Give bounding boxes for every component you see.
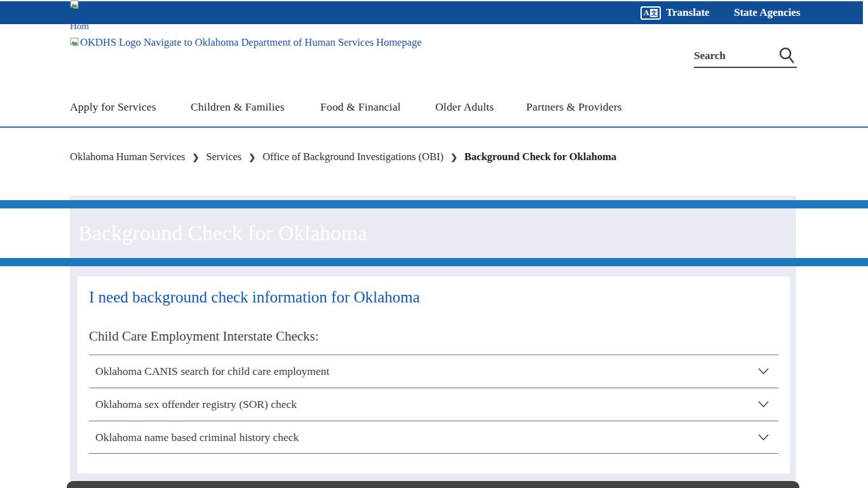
translate-label: Translate: [666, 6, 710, 19]
accordion-canis-search[interactable]: Oklahoma CANIS search for child care emp…: [89, 355, 778, 388]
chevron-down-icon: [758, 434, 778, 441]
home-link[interactable]: Home: [70, 21, 89, 32]
translate-icon-letter: A: [644, 9, 649, 17]
breadcrumb-home[interactable]: Oklahoma Human Services: [70, 151, 185, 163]
accordion-sex-offender-registry[interactable]: Oklahoma sex offender registry (SOR) che…: [89, 388, 778, 421]
breadcrumb-current: Background Check for Oklahoma: [465, 151, 616, 163]
nav-item-apply-for-services[interactable]: Apply for Services: [70, 100, 156, 114]
primary-nav: Apply for Services Children & Families F…: [0, 100, 868, 117]
hero-stripe-top: [0, 200, 868, 208]
accordion-label: Oklahoma CANIS search for child care emp…: [89, 365, 329, 378]
broken-image-icon: [70, 0, 79, 11]
accordion-list: Oklahoma CANIS search for child care emp…: [89, 355, 778, 454]
breadcrumb: Oklahoma Human Services ❯ Services ❯ Off…: [70, 151, 616, 163]
utility-bar: A 文 Translate State Agencies: [0, 1, 863, 24]
search-input[interactable]: [694, 50, 776, 62]
footer-bar: [67, 481, 799, 488]
page-title: Background Check for Oklahoma: [78, 222, 367, 245]
section-subheading: Child Care Employment Interstate Checks:: [89, 329, 319, 344]
breadcrumb-services[interactable]: Services: [206, 151, 241, 163]
accordion-criminal-history[interactable]: Oklahoma name based criminal history che…: [89, 421, 778, 454]
content-card: I need background check information for …: [78, 276, 790, 473]
state-agencies-link[interactable]: State Agencies: [734, 1, 800, 24]
nav-item-older-adults[interactable]: Older Adults: [435, 100, 494, 114]
nav-item-food-financial[interactable]: Food & Financial: [320, 100, 401, 114]
section-heading: I need background check information for …: [89, 288, 420, 306]
chevron-right-icon: ❯: [451, 152, 458, 163]
chevron-down-icon: [758, 368, 778, 375]
nav-item-children-families[interactable]: Children & Families: [191, 100, 285, 114]
logo-alt-text: OKDHS Logo Navigate to Oklahoma Departme…: [80, 36, 421, 49]
chevron-down-icon: [758, 401, 778, 408]
accordion-label: Oklahoma sex offender registry (SOR) che…: [89, 398, 297, 411]
translate-icon-character: 文: [650, 9, 658, 17]
logo-home-link[interactable]: OKDHS Logo Navigate to Oklahoma Departme…: [70, 36, 421, 49]
search-icon: [778, 46, 796, 65]
chevron-right-icon: ❯: [248, 152, 255, 163]
translate-icon: A 文: [641, 6, 661, 20]
accordion-label: Oklahoma name based criminal history che…: [89, 431, 299, 444]
state-agencies-label: State Agencies: [734, 6, 800, 19]
chevron-right-icon: ❯: [192, 152, 199, 163]
nav-divider: [0, 126, 868, 128]
search-box: [694, 45, 797, 68]
nav-item-partners-providers[interactable]: Partners & Providers: [526, 100, 622, 114]
broken-image-icon: [70, 37, 79, 46]
breadcrumb-obi[interactable]: Office of Background Investigations (OBI…: [262, 151, 444, 163]
hero-stripe-bottom: [0, 258, 868, 266]
search-button[interactable]: [776, 46, 797, 65]
page-root: A 文 Translate State Agencies Home OKDHS …: [0, 0, 868, 488]
translate-button[interactable]: A 文 Translate: [641, 1, 710, 24]
